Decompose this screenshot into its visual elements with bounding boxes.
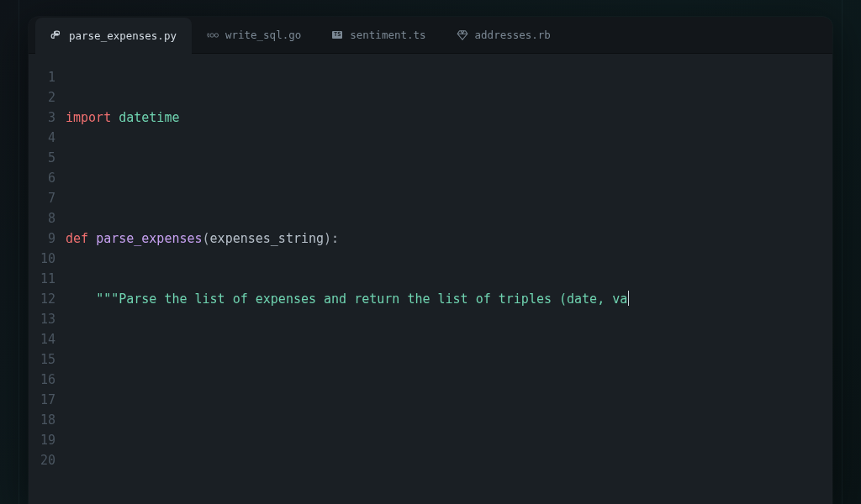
line-number-gutter: 1 2 3 4 5 6 7 8 9 10 11 12 13 14 15 16 1… — [29, 67, 66, 504]
tab-sentiment[interactable]: TS sentiment.ts — [316, 17, 441, 53]
go-icon — [207, 29, 219, 41]
tab-addresses[interactable]: addresses.rb — [441, 17, 566, 53]
line-number: 8 — [29, 208, 55, 228]
code-line[interactable] — [66, 470, 832, 491]
token-punct: ( — [203, 231, 210, 246]
line-number: 16 — [29, 370, 55, 390]
line-number: 2 — [29, 87, 55, 108]
line-number: 17 — [29, 390, 55, 410]
ruby-icon — [457, 29, 468, 41]
tab-parse-expenses[interactable]: parse_expenses.py — [35, 18, 192, 54]
tab-write-sql[interactable]: write_sql.go — [192, 17, 316, 53]
svg-point-0 — [55, 32, 55, 33]
line-number: 4 — [29, 128, 55, 148]
line-number: 9 — [29, 228, 55, 249]
text-cursor — [628, 291, 629, 306]
editor-window: parse_expenses.py write_sql.go TS sentim… — [29, 17, 832, 504]
line-number: 11 — [29, 269, 55, 289]
line-number: 19 — [29, 430, 55, 450]
tab-label: write_sql.go — [225, 29, 301, 41]
token-module: datetime — [119, 110, 179, 125]
code-line[interactable]: def parse_expenses(expenses_string): — [66, 228, 832, 249]
ts-icon: TS — [331, 29, 343, 41]
token-keyword: def — [66, 231, 88, 246]
code-line[interactable]: """Parse the list of expenses and return… — [66, 289, 832, 309]
token-punct: : — [331, 231, 339, 246]
line-number: 12 — [29, 289, 55, 309]
tab-label: addresses.rb — [475, 29, 551, 41]
python-icon — [50, 30, 62, 42]
token-keyword: import — [66, 110, 111, 125]
line-number: 5 — [29, 148, 55, 168]
line-number: 14 — [29, 329, 55, 349]
token-arg: expenses_string — [210, 231, 324, 246]
line-number: 7 — [29, 188, 55, 208]
line-number: 18 — [29, 410, 55, 430]
line-number: 20 — [29, 450, 55, 470]
line-number: 6 — [29, 168, 55, 188]
line-number: 10 — [29, 249, 55, 269]
code-content[interactable]: import datetime def parse_expenses(expen… — [66, 67, 832, 504]
svg-point-5 — [214, 33, 218, 36]
token-punct: ) — [324, 231, 331, 246]
line-number: 1 — [29, 67, 55, 87]
code-line[interactable]: import datetime — [66, 108, 832, 128]
tab-label: sentiment.ts — [350, 29, 425, 41]
line-number: 13 — [29, 309, 55, 329]
svg-point-4 — [210, 33, 214, 36]
token-string: """Parse the list of expenses and return… — [96, 291, 627, 307]
line-number: 15 — [29, 349, 55, 370]
code-editor[interactable]: 1 2 3 4 5 6 7 8 9 10 11 12 13 14 15 16 1… — [29, 54, 832, 504]
tab-label: parse_expenses.py — [69, 29, 177, 42]
token-function: parse_expenses — [96, 231, 202, 246]
code-line[interactable] — [66, 410, 832, 430]
tab-bar: parse_expenses.py write_sql.go TS sentim… — [29, 17, 832, 54]
token-indent — [66, 291, 96, 307]
line-number: 3 — [29, 108, 55, 128]
code-line[interactable] — [66, 349, 832, 370]
code-line[interactable] — [66, 168, 832, 188]
